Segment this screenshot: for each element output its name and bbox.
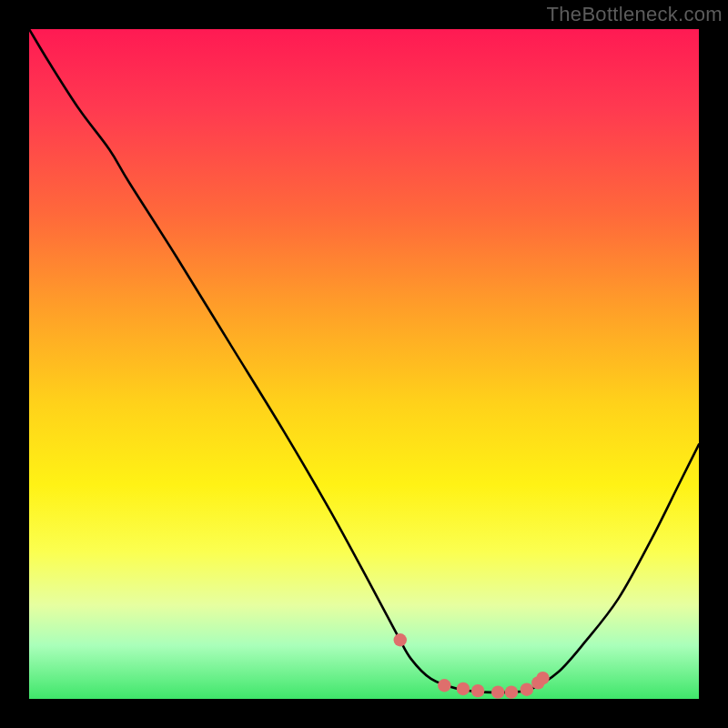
marker-point [471, 684, 484, 697]
chart-stage: TheBottleneck.com [0, 0, 728, 728]
curve-group [29, 29, 699, 693]
marker-point [505, 685, 518, 698]
watermark-text: TheBottleneck.com [547, 3, 723, 26]
chart-svg [29, 29, 699, 699]
marker-point [491, 685, 504, 698]
marker-point [536, 672, 549, 684]
marker-point [521, 683, 533, 696]
marker-point [438, 679, 450, 692]
marker-point [457, 682, 470, 695]
bottleneck-curve [29, 29, 699, 693]
marker-point [394, 633, 407, 646]
